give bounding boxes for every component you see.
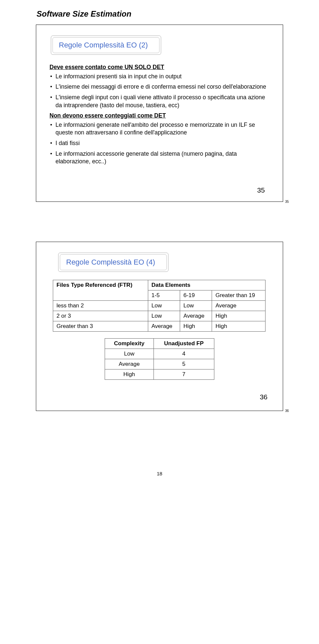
fp-header: Unadjusted FP xyxy=(154,339,214,349)
page-header: Software Size Estimation xyxy=(0,0,319,25)
slide2-title: Regole Complessità EO (4) xyxy=(66,258,155,267)
table-row: Files Type Referenced (FTR) Data Element… xyxy=(53,280,266,290)
col-header: 1-5 xyxy=(148,290,180,301)
data-cell: Average xyxy=(148,321,180,332)
title-outer-1: Regole Complessità EO (2) xyxy=(51,36,161,55)
slide1-title: Regole Complessità EO (2) xyxy=(59,41,148,49)
fp-table: Complexity Unadjusted FP Low 4 Average 5… xyxy=(105,338,214,380)
ftr-cell: 2 or 3 xyxy=(53,311,148,321)
list-item: L'insieme dei messaggi di errore e di co… xyxy=(50,83,268,91)
title-inner-2: Regole Complessità EO (4) xyxy=(60,254,167,270)
data-cell: Low xyxy=(180,301,212,311)
table-row: High 7 xyxy=(105,369,214,380)
slide1-section2-head: Non devono essere conteggiati come DET xyxy=(50,112,268,120)
title-inner-1: Regole Complessità EO (2) xyxy=(53,37,160,53)
data-cell: Low xyxy=(148,311,180,321)
table-row: Average 5 xyxy=(105,359,214,369)
table-row: Low 4 xyxy=(105,349,214,359)
ftr-cell: Greater than 3 xyxy=(53,321,148,332)
table-row: Complexity Unadjusted FP xyxy=(105,339,214,349)
fp-cell: 4 xyxy=(154,349,214,359)
fp-header: Complexity xyxy=(105,339,154,349)
page-footer-number: 18 xyxy=(0,451,319,486)
data-cell: Average xyxy=(180,311,212,321)
fp-cell: 7 xyxy=(154,369,214,380)
list-item: Le informazioni presenti sia in input ch… xyxy=(50,73,268,81)
col-header: 6-19 xyxy=(180,290,212,301)
slide1-number: 35 xyxy=(50,186,268,195)
list-item: L'insieme degli input con i quali viene … xyxy=(50,94,268,109)
col-header: Greater than 19 xyxy=(212,290,266,301)
list-item: I dati fissi xyxy=(50,139,268,147)
table-row: 2 or 3 Low Average High xyxy=(53,311,266,321)
ftr-cell: less than 2 xyxy=(53,301,148,311)
fp-cell: High xyxy=(105,369,154,380)
table-row: Greater than 3 Average High High xyxy=(53,321,266,332)
de-header: Data Elements xyxy=(148,280,265,290)
data-cell: Low xyxy=(148,301,180,311)
fp-cell: Low xyxy=(105,349,154,359)
slide-frame-1: Regole Complessità EO (2) Deve essere co… xyxy=(36,25,283,202)
slide2-tiny-number: 36 xyxy=(285,409,289,413)
complexity-table: Files Type Referenced (FTR) Data Element… xyxy=(53,280,266,332)
data-cell: Average xyxy=(212,301,266,311)
list-item: Le informazioni accessorie generate dal … xyxy=(50,150,268,166)
slide1-tiny-number: 35 xyxy=(285,200,289,203)
fp-cell: 5 xyxy=(154,359,214,369)
ftr-header: Files Type Referenced (FTR) xyxy=(53,280,148,301)
slide1-list2: Le informazioni generate nell'ambito del… xyxy=(50,121,268,166)
table-row: less than 2 Low Low Average xyxy=(53,301,266,311)
data-cell: High xyxy=(212,321,266,332)
slide1-list1: Le informazioni presenti sia in input ch… xyxy=(50,73,268,110)
list-item: Le informazioni generate nell'ambito del… xyxy=(50,121,268,137)
slide1-content: Deve essere contato come UN SOLO DET Le … xyxy=(48,63,271,195)
slide2-number: 36 xyxy=(48,393,271,401)
data-cell: High xyxy=(180,321,212,332)
fp-cell: Average xyxy=(105,359,154,369)
data-cell: High xyxy=(212,311,266,321)
slide1-section1-head: Deve essere contato come UN SOLO DET xyxy=(50,63,268,71)
slide-frame-2: Regole Complessità EO (4) Files Type Ref… xyxy=(36,242,283,411)
title-outer-2: Regole Complessità EO (4) xyxy=(58,253,168,272)
